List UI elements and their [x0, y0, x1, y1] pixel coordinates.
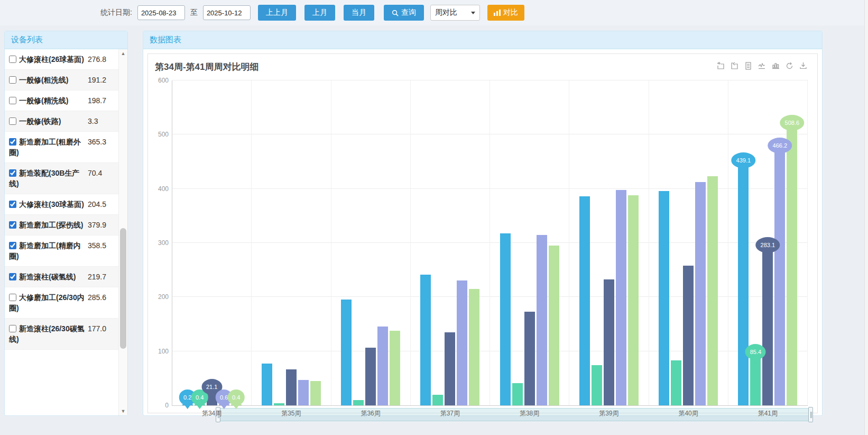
- bar[interactable]: [420, 275, 431, 405]
- device-label[interactable]: 大修磨加工(26/30内圈): [9, 292, 87, 313]
- bar[interactable]: [469, 289, 479, 405]
- device-row: 新造滚柱(碳氢线)219.7: [5, 267, 118, 287]
- bar[interactable]: [286, 369, 297, 405]
- device-checkbox[interactable]: [9, 242, 16, 249]
- bar[interactable]: [695, 182, 706, 405]
- area-zoom-icon[interactable]: [716, 61, 725, 70]
- bar[interactable]: [738, 167, 749, 405]
- device-value: 3.3: [88, 116, 115, 126]
- bar[interactable]: [604, 279, 614, 405]
- bar[interactable]: [628, 195, 639, 405]
- bar[interactable]: [707, 176, 718, 405]
- current-month-button[interactable]: 当月: [344, 5, 374, 21]
- page-scrollbar[interactable]: [864, 0, 868, 435]
- bar[interactable]: [500, 233, 511, 405]
- bar[interactable]: [671, 360, 681, 405]
- device-checkbox[interactable]: [9, 56, 16, 63]
- bar[interactable]: [390, 331, 400, 405]
- bar[interactable]: [365, 348, 376, 405]
- scrollbar-thumb[interactable]: [120, 228, 126, 349]
- compare-mode-select[interactable]: 周对比: [430, 5, 480, 21]
- bar-slot: [707, 80, 719, 405]
- device-label[interactable]: 新造滚柱(26/30碳氢线): [9, 323, 87, 345]
- device-list-scrollbar[interactable]: ▲ ▼: [118, 49, 127, 415]
- bar[interactable]: [310, 381, 321, 405]
- bar[interactable]: [341, 300, 352, 405]
- device-label[interactable]: 新造装配(30B生产线): [9, 168, 87, 189]
- bar[interactable]: [353, 400, 364, 405]
- device-label[interactable]: 一般修(粗洗线): [9, 75, 87, 85]
- bar[interactable]: [549, 246, 559, 405]
- prev-prev-month-button[interactable]: 上上月: [258, 5, 296, 21]
- bar[interactable]: [432, 395, 443, 406]
- device-checkbox[interactable]: [9, 97, 16, 104]
- device-value: 177.0: [88, 323, 115, 334]
- bar[interactable]: [683, 266, 694, 405]
- prev-month-button[interactable]: 上月: [304, 5, 335, 21]
- bar[interactable]: [579, 196, 590, 405]
- datazoom-slider[interactable]: [218, 408, 811, 421]
- y-axis-tick-label: 500: [158, 131, 169, 138]
- bar[interactable]: [537, 235, 547, 405]
- device-label[interactable]: 新造磨加工(精磨内圈): [9, 240, 87, 261]
- bar[interactable]: [659, 191, 669, 405]
- bar[interactable]: [762, 252, 773, 405]
- value-pin: 0.4: [227, 389, 245, 405]
- device-checkbox[interactable]: [9, 76, 16, 84]
- restore-icon[interactable]: [785, 61, 794, 70]
- device-label[interactable]: 一般修(精洗线): [9, 95, 87, 106]
- date-to-separator: 至: [190, 8, 198, 17]
- device-checkbox[interactable]: [9, 169, 16, 177]
- data-view-icon[interactable]: [744, 61, 753, 70]
- device-checkbox[interactable]: [9, 325, 16, 332]
- device-value: 204.5: [88, 199, 115, 210]
- bar-slot: [670, 80, 682, 405]
- search-icon: [392, 10, 399, 16]
- download-icon[interactable]: [799, 61, 808, 70]
- bar[interactable]: [616, 190, 626, 405]
- device-label[interactable]: 大修滚柱(30球基面): [9, 199, 87, 210]
- query-button[interactable]: 查询: [384, 5, 424, 21]
- device-checkbox[interactable]: [9, 117, 16, 125]
- bar-slot: [365, 80, 377, 405]
- device-label[interactable]: 新造滚柱(碳氢线): [9, 271, 87, 282]
- bar-slot: [309, 80, 321, 405]
- bar[interactable]: [377, 327, 388, 405]
- bar[interactable]: [262, 364, 272, 405]
- device-checkbox[interactable]: [9, 294, 16, 301]
- date-to-input[interactable]: [203, 5, 251, 20]
- bar[interactable]: [787, 130, 797, 405]
- zoom-restore-icon[interactable]: [730, 61, 739, 70]
- bar-group: 439.185.4283.1466.2508.6第41周: [728, 80, 808, 405]
- device-row: 一般修(铁路)3.3: [5, 111, 118, 132]
- device-label[interactable]: 新造磨加工(探伤线): [9, 220, 87, 230]
- bar[interactable]: [274, 403, 284, 405]
- bar[interactable]: [774, 152, 785, 405]
- device-checkbox[interactable]: [9, 201, 16, 208]
- device-label[interactable]: 一般修(铁路): [9, 116, 87, 126]
- bar[interactable]: [750, 359, 761, 405]
- bar[interactable]: [524, 312, 535, 405]
- line-chart-icon[interactable]: [758, 61, 767, 70]
- device-checkbox[interactable]: [9, 221, 16, 229]
- bar[interactable]: [445, 332, 455, 405]
- scroll-up-icon[interactable]: ▲: [119, 49, 127, 58]
- bar[interactable]: [457, 280, 467, 405]
- bar[interactable]: [512, 383, 523, 405]
- bar[interactable]: [298, 380, 309, 405]
- date-from-input[interactable]: [137, 5, 185, 20]
- date-range-label: 统计日期:: [100, 8, 132, 17]
- device-value: 191.2: [88, 75, 115, 85]
- datazoom-right-handle[interactable]: [808, 407, 813, 422]
- scroll-down-icon[interactable]: ▼: [119, 407, 127, 415]
- compare-button[interactable]: 对比: [487, 5, 524, 21]
- bar-chart-icon[interactable]: [771, 61, 780, 70]
- device-label[interactable]: 新造磨加工(粗磨外圈): [9, 137, 87, 158]
- bar-group: 0.20.421.10.60.4第34周: [172, 80, 252, 405]
- y-axis-tick-label: 200: [158, 293, 169, 301]
- x-axis-tick-label: 第39周: [599, 409, 618, 418]
- device-checkbox[interactable]: [9, 273, 16, 280]
- bar[interactable]: [592, 365, 602, 405]
- device-label[interactable]: 大修滚柱(26球基面): [9, 54, 87, 65]
- device-checkbox[interactable]: [9, 138, 16, 146]
